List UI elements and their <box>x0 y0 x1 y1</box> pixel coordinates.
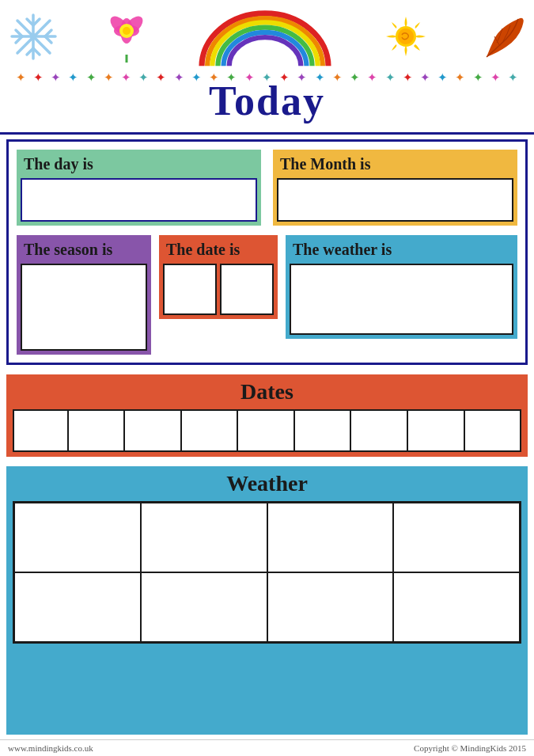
title-row: Today <box>8 78 526 129</box>
rainbow-icon <box>194 6 336 70</box>
deco-star: ✦ <box>191 70 202 85</box>
deco-star: ✦ <box>385 70 396 85</box>
deco-star: ✦ <box>437 70 448 85</box>
date-label: The date is <box>163 239 274 260</box>
deco-star: ✦ <box>490 70 501 85</box>
weather-grid <box>13 501 521 644</box>
weather-cell-5[interactable] <box>14 572 141 642</box>
deco-star: ✦ <box>332 70 343 85</box>
dates-section: Dates <box>6 374 528 457</box>
date-cell-1[interactable] <box>14 411 69 450</box>
flower-icon <box>105 11 149 66</box>
date-cell-4[interactable] <box>184 411 239 450</box>
day-label: The day is <box>21 154 257 175</box>
deco-star: ✦ <box>174 70 184 85</box>
weather-cell-1[interactable] <box>14 503 141 572</box>
weather-title: Weather <box>13 471 521 496</box>
top-row: The day is The Month is <box>17 150 517 226</box>
date-cell-5[interactable] <box>240 411 295 450</box>
date-cell-7[interactable] <box>354 411 408 450</box>
date-cell-2[interactable] <box>71 411 126 450</box>
weather-answer-box[interactable] <box>290 264 513 335</box>
day-answer-box[interactable] <box>21 178 257 222</box>
dates-title: Dates <box>13 379 521 405</box>
deco-star: ✦ <box>138 70 149 85</box>
leaf-icon <box>475 11 526 66</box>
deco-star: ✦ <box>51 70 61 85</box>
day-section: The day is <box>17 150 261 226</box>
weather-section: The weather is <box>286 235 517 339</box>
weather-cell-8[interactable] <box>393 572 520 642</box>
main-content: The day is The Month is The season is Th… <box>6 139 528 365</box>
deco-star: ✦ <box>121 70 131 85</box>
deco-star: ✦ <box>473 70 483 85</box>
snowflake-icon <box>8 11 59 66</box>
deco-star: ✦ <box>16 70 26 85</box>
month-section: The Month is <box>273 150 517 226</box>
deco-star: ✦ <box>33 70 44 85</box>
svg-point-19 <box>123 27 131 35</box>
svg-point-12 <box>30 33 36 40</box>
dates-grid <box>13 409 521 452</box>
weather-bottom-section: Weather <box>6 466 528 735</box>
date-answer-box-1[interactable] <box>163 264 217 315</box>
weather-label: The weather is <box>290 239 513 260</box>
header-decorations <box>8 6 526 70</box>
deco-star: ✦ <box>104 70 114 85</box>
footer-left: www.mindingkids.co.uk <box>8 743 93 753</box>
date-section: The date is <box>159 235 278 319</box>
date-answer-boxes <box>163 264 274 315</box>
season-label: The season is <box>21 239 147 260</box>
month-answer-box[interactable] <box>277 178 513 222</box>
deco-star: ✦ <box>86 70 97 85</box>
date-cell-8[interactable] <box>411 411 465 450</box>
deco-star: ✦ <box>403 70 413 85</box>
season-answer-box[interactable] <box>21 264 147 351</box>
weather-cell-6[interactable] <box>141 572 267 642</box>
footer: www.mindingkids.co.uk Copyright © Mindin… <box>0 739 534 756</box>
deco-star: ✦ <box>367 70 377 85</box>
deco-star: ✦ <box>508 70 518 85</box>
svg-point-23 <box>398 28 414 44</box>
deco-star: ✦ <box>156 70 166 85</box>
deco-star: ✦ <box>420 70 430 85</box>
season-section: The season is <box>17 235 151 355</box>
header: ✦ ✦ ✦ ✦ ✦ ✦ ✦ ✦ ✦ ✦ ✦ ✦ ✦ ✦ ✦ ✦ ✦ ✦ ✦ ✦ … <box>0 0 534 135</box>
weather-cell-2[interactable] <box>141 503 267 572</box>
date-cell-9[interactable] <box>468 411 521 450</box>
month-label: The Month is <box>277 154 513 175</box>
deco-star: ✦ <box>350 70 360 85</box>
deco-star: ✦ <box>455 70 465 85</box>
weather-cell-7[interactable] <box>267 572 394 642</box>
bottom-row: The season is The date is The weather is <box>17 235 517 355</box>
footer-right: Copyright © MindingKids 2015 <box>414 743 526 753</box>
svg-rect-20 <box>195 66 335 70</box>
date-cell-6[interactable] <box>297 411 352 450</box>
date-answer-box-2[interactable] <box>220 264 274 315</box>
page-title: Today <box>209 78 325 124</box>
weather-cell-4[interactable] <box>393 503 520 572</box>
sun-icon <box>382 13 430 63</box>
date-cell-3[interactable] <box>127 411 182 450</box>
deco-star: ✦ <box>68 70 78 85</box>
page-wrapper: ✦ ✦ ✦ ✦ ✦ ✦ ✦ ✦ ✦ ✦ ✦ ✦ ✦ ✦ ✦ ✦ ✦ ✦ ✦ ✦ … <box>0 0 534 756</box>
weather-cell-3[interactable] <box>267 503 394 572</box>
